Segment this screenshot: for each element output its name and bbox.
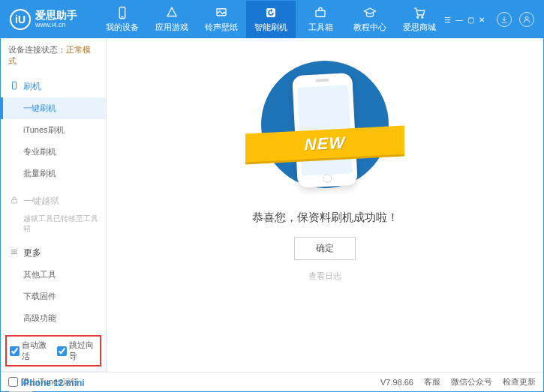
auto-activate-input[interactable] (10, 346, 20, 356)
maximize-icon[interactable]: ▢ (467, 16, 474, 24)
appstore-icon (165, 6, 179, 19)
nav-tutorials[interactable]: 教程中心 (345, 1, 395, 38)
app-window: iU 爱思助手 www.i4.cn 我的设备 应用游戏 铃声壁纸 智能刷机 (0, 0, 544, 392)
sidebar-item-other-tools[interactable]: 其他工具 (1, 264, 106, 286)
skip-guide-label: 跳过向导 (69, 340, 97, 362)
view-log-link[interactable]: 查看日志 (308, 271, 341, 282)
sidebar-item-itunes-flash[interactable]: iTunes刷机 (1, 119, 106, 141)
wechat-link[interactable]: 微信公众号 (451, 376, 492, 388)
block-itunes-label: 阻止iTunes运行 (21, 376, 79, 388)
download-button[interactable] (497, 12, 512, 27)
side-sub-flash: 一键刷机 iTunes刷机 专业刷机 批量刷机 (1, 97, 106, 184)
success-illustration: NEW (250, 61, 400, 196)
side-head-flash[interactable]: 刷机 (1, 76, 106, 97)
checkbox-skip-guide[interactable]: 跳过向导 (57, 340, 97, 362)
customer-service-link[interactable]: 客服 (424, 376, 440, 388)
nav-label: 铃声壁纸 (205, 22, 238, 33)
phone-icon (116, 6, 129, 19)
nav-label: 教程中心 (353, 22, 386, 33)
svg-rect-8 (13, 82, 17, 89)
block-itunes-checkbox[interactable] (8, 377, 18, 387)
sidebar: 设备连接状态：正常模式 刷机 一键刷机 iTunes刷机 专业刷机 批量刷机 一… (1, 38, 107, 372)
auto-activate-label: 自动激活 (22, 340, 50, 362)
svg-point-6 (422, 16, 423, 18)
list-icon (10, 247, 19, 259)
side-head-jailbreak[interactable]: 一键越狱 (1, 190, 106, 212)
status-label: 设备连接状态： (8, 45, 66, 54)
user-button[interactable] (519, 12, 534, 27)
nav-my-device[interactable]: 我的设备 (98, 1, 147, 38)
nav-store[interactable]: 爱思商城 (395, 1, 444, 38)
skip-guide-input[interactable] (57, 346, 67, 356)
toolbox-icon (314, 6, 327, 19)
close-icon[interactable]: ✕ (479, 16, 485, 24)
window-controls: ☰ — ▢ ✕ (444, 12, 534, 27)
app-title: 爱思助手 (35, 10, 77, 21)
graduation-icon (363, 6, 377, 19)
nav-label: 爱思商城 (403, 22, 436, 33)
refresh-icon (264, 6, 278, 19)
side-sub-more: 其他工具 下载固件 高级功能 (1, 264, 106, 329)
logo-mark-icon: iU (10, 9, 31, 30)
menu-icon[interactable]: ☰ (444, 16, 451, 24)
sidebar-item-batch-flash[interactable]: 批量刷机 (1, 163, 106, 184)
svg-point-5 (417, 16, 419, 18)
sidebar-item-download-fw[interactable]: 下载固件 (1, 286, 106, 307)
svg-point-7 (525, 16, 528, 19)
main-content: NEW 恭喜您，保资料刷机成功啦！ 确定 查看日志 (107, 38, 543, 372)
nav-ringtones[interactable]: 铃声壁纸 (197, 1, 246, 38)
nav-label: 应用游戏 (155, 22, 188, 33)
side-head-label: 刷机 (23, 80, 41, 93)
app-url: www.i4.cn (35, 22, 77, 29)
sidebar-item-advanced[interactable]: 高级功能 (1, 307, 106, 329)
footer: 阻止iTunes运行 V7.98.66 客服 微信公众号 检查更新 (1, 372, 543, 391)
footer-left: 阻止iTunes运行 (8, 376, 380, 388)
body: 设备连接状态：正常模式 刷机 一键刷机 iTunes刷机 专业刷机 批量刷机 一… (1, 38, 543, 372)
svg-rect-9 (12, 200, 17, 204)
sidebar-item-onekey-flash[interactable]: 一键刷机 (1, 97, 106, 119)
wallpaper-icon (215, 6, 228, 19)
side-head-label: 一键越狱 (23, 195, 59, 208)
side-head-more[interactable]: 更多 (1, 242, 106, 264)
success-message: 恭喜您，保资料刷机成功啦！ (252, 211, 398, 225)
titlebar: iU 爱思助手 www.i4.cn 我的设备 应用游戏 铃声壁纸 智能刷机 (1, 1, 543, 38)
nav-label: 智能刷机 (254, 22, 287, 33)
jailbreak-note: 越狱工具已转移至工具箱 (1, 212, 106, 236)
side-section-more: 更多 其他工具 下载固件 高级功能 (1, 239, 106, 332)
options-highlight-box: 自动激活 跳过向导 (5, 335, 101, 367)
nav-label: 工具箱 (308, 22, 333, 33)
svg-rect-4 (316, 10, 325, 16)
nav-toolbox[interactable]: 工具箱 (296, 1, 345, 38)
ribbon-text: NEW (305, 133, 345, 155)
version-label: V7.98.66 (380, 378, 413, 387)
nav-smart-flash[interactable]: 智能刷机 (246, 1, 296, 38)
side-section-jailbreak: 一键越狱 越狱工具已转移至工具箱 (1, 187, 106, 239)
footer-right: V7.98.66 客服 微信公众号 检查更新 (380, 376, 536, 388)
side-section-flash: 刷机 一键刷机 iTunes刷机 专业刷机 批量刷机 (1, 73, 106, 187)
side-head-label: 更多 (23, 247, 41, 259)
sidebar-item-pro-flash[interactable]: 专业刷机 (1, 141, 106, 163)
cart-icon (413, 6, 426, 19)
lock-icon (10, 196, 19, 207)
check-update-link[interactable]: 检查更新 (503, 376, 536, 388)
nav-label: 我的设备 (106, 22, 139, 33)
checkbox-auto-activate[interactable]: 自动激活 (10, 340, 50, 362)
nav-apps-games[interactable]: 应用游戏 (147, 1, 197, 38)
logo-text: 爱思助手 www.i4.cn (35, 10, 77, 28)
flash-icon (10, 81, 19, 92)
window-small-controls: ☰ — ▢ ✕ (444, 16, 485, 24)
connection-status: 设备连接状态：正常模式 (1, 38, 106, 73)
logo: iU 爱思助手 www.i4.cn (10, 9, 98, 30)
ok-button[interactable]: 确定 (294, 237, 356, 260)
main-nav: 我的设备 应用游戏 铃声壁纸 智能刷机 工具箱 教程中心 (98, 1, 444, 38)
minimize-icon[interactable]: — (455, 16, 463, 24)
